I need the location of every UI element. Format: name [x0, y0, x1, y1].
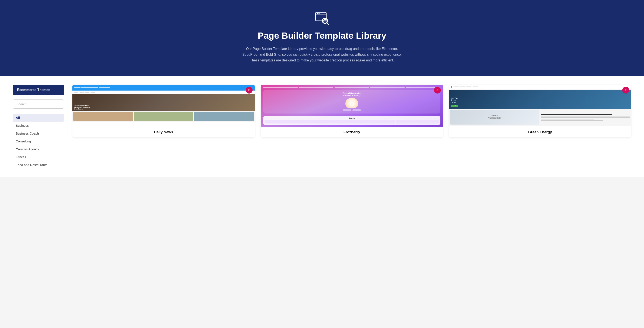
filter-item-business[interactable]: Business — [13, 122, 64, 130]
ice-cream-visual — [346, 98, 358, 108]
frozberry-nav — [263, 87, 440, 88]
catering-item-1 — [264, 120, 308, 124]
news-item-1 — [73, 112, 133, 121]
green-energy-bottom-image: 10 Years OfExperience In Solar &Renewabl… — [450, 110, 540, 125]
filter-item-consulting[interactable]: Consulting — [13, 137, 64, 145]
filter-item-business-coach[interactable]: Business Coach — [13, 130, 64, 137]
template-grid: E Empowering You WithKnowledge: Your Dai… — [72, 85, 631, 169]
main-content: Ecommerce Themes All Business Business C… — [0, 76, 644, 177]
green-energy-bottom: 10 Years OfExperience In Solar &Renewabl… — [449, 109, 631, 126]
daily-news-top-bar — [72, 85, 255, 91]
filter-item-creative-agency[interactable]: Creative Agency — [13, 145, 64, 153]
green-energy-hero: Join The GreenPower Learn More — [449, 90, 631, 109]
filter-item-fitness[interactable]: Fitness — [13, 153, 64, 161]
template-thumbnail-green-energy: E Join The GreenPower Learn More 10 Year… — [449, 85, 631, 127]
filter-list: All Business Business Coach Consulting C… — [13, 114, 64, 169]
template-thumbnail-frozberry: E Frozen Bliss Awaits:Discover Frozberry… — [261, 85, 443, 127]
hero-description: Our Page Builder Template Library provid… — [239, 46, 405, 63]
template-thumbnail-daily-news: E Empowering You WithKnowledge: Your Dai… — [72, 85, 255, 127]
catering-section: Catering — [263, 116, 440, 125]
hero-icon-wrapper — [4, 11, 640, 26]
elementor-badge-frozberry: E — [434, 87, 441, 94]
green-energy-nav — [449, 85, 631, 90]
search-input[interactable] — [13, 100, 64, 109]
catering-item-2 — [308, 120, 352, 124]
green-energy-label: Green Energy — [449, 127, 631, 137]
elementor-badge-daily-news: E — [246, 87, 252, 94]
catering-item-4 — [396, 120, 439, 124]
ecommerce-themes-button[interactable]: Ecommerce Themes — [13, 85, 64, 95]
template-card-daily-news[interactable]: E Empowering You WithKnowledge: Your Dai… — [72, 85, 255, 137]
template-card-frozberry[interactable]: E Frozen Bliss Awaits:Discover Frozberry… — [261, 85, 443, 137]
hero-section: Page Builder Template Library Our Page B… — [0, 0, 644, 76]
frozberry-hero-card: Frozen Bliss Awaits:Discover Frozberry — [263, 90, 440, 114]
news-item-3 — [194, 112, 254, 121]
news-item-2 — [134, 112, 194, 121]
filter-item-all[interactable]: All — [13, 114, 64, 122]
sidebar: Ecommerce Themes All Business Business C… — [13, 85, 64, 169]
daily-news-label: Daily News — [72, 127, 255, 137]
catering-grid — [264, 120, 439, 124]
svg-line-6 — [327, 23, 328, 24]
svg-point-2 — [317, 13, 318, 14]
hero-title: Page Builder Template Library — [4, 31, 640, 41]
frozberry-label: Frozberry — [261, 127, 443, 137]
elementor-badge-green-energy: E — [622, 87, 629, 94]
template-library-icon — [314, 11, 330, 25]
daily-news-grid — [72, 111, 255, 122]
daily-news-nav-bar — [72, 91, 255, 94]
svg-point-3 — [318, 13, 320, 14]
daily-news-hero-img: Empowering You WithKnowledge: Your Daily… — [72, 94, 255, 111]
catering-item-3 — [352, 120, 396, 124]
template-card-green-energy[interactable]: E Join The GreenPower Learn More 10 Year… — [449, 85, 631, 137]
green-energy-logo — [451, 86, 452, 88]
green-energy-bottom-text — [541, 110, 630, 125]
filter-item-food-restaurants[interactable]: Food and Restaurants — [13, 161, 64, 169]
